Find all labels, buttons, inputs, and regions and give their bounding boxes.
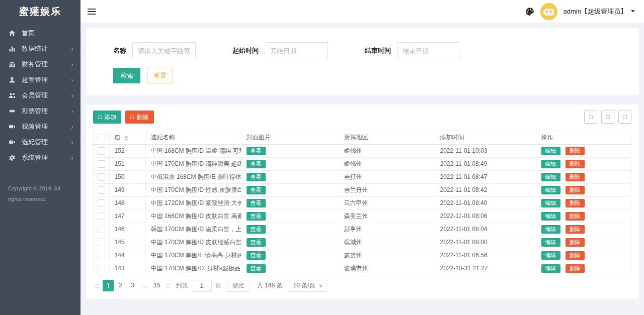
view-cover-button[interactable]: 查看 <box>247 212 266 221</box>
sidebar-item-label: 视频管理 <box>22 122 71 131</box>
search-button[interactable]: 检索 <box>113 68 140 83</box>
edit-button[interactable]: 编辑 <box>541 264 560 273</box>
select-all-checkbox[interactable] <box>98 134 105 141</box>
edit-button[interactable]: 编辑 <box>541 199 560 207</box>
col-header-id: ID <box>115 134 121 141</box>
sidebar-item[interactable]: 系统管理 › <box>0 150 80 165</box>
view-cover-button[interactable]: 查看 <box>247 160 266 168</box>
page-number[interactable]: 3 <box>127 280 138 291</box>
sidebar-item[interactable]: 选妃管理 › <box>0 134 80 150</box>
table-toolbar: □ 添加 □ 删除 □ □ □ <box>93 111 631 124</box>
sidebar-item-label: 选妃管理 <box>22 138 71 147</box>
sort-icon[interactable] <box>124 136 128 141</box>
view-cover-button[interactable]: 查看 <box>247 147 266 155</box>
edit-button[interactable]: 编辑 <box>541 212 560 221</box>
page-number[interactable]: 2 <box>115 280 126 291</box>
edit-button[interactable]: 编辑 <box>541 225 560 234</box>
edit-button[interactable]: 编辑 <box>541 173 560 181</box>
cell-name: 中国 170CM 胸围/E 情商高 身材好 <box>145 249 241 262</box>
start-date-input[interactable] <box>265 42 328 59</box>
row-checkbox[interactable] <box>98 147 105 155</box>
chevron-right-icon: › <box>71 138 73 146</box>
row-checkbox[interactable] <box>98 213 105 220</box>
goto-page-input[interactable] <box>192 280 212 292</box>
sidebar-item[interactable]: 会员管理 › <box>0 87 80 103</box>
goto-confirm-button[interactable]: 确定 <box>227 280 250 292</box>
cell-id: 143 <box>109 262 145 275</box>
per-page-select[interactable]: 10 条/页 ∨ <box>289 280 327 292</box>
sidebar-item[interactable]: 财务管理 › <box>0 56 80 72</box>
row-delete-button[interactable]: 删除 <box>566 147 585 155</box>
view-cover-button[interactable]: 查看 <box>247 264 266 273</box>
sidebar-item-icon <box>8 123 16 131</box>
sidebar-item[interactable]: 首页 › <box>0 25 80 41</box>
row-checkbox[interactable] <box>98 199 105 207</box>
sidebar-item[interactable]: 超管管理 › <box>0 72 80 87</box>
row-delete-button[interactable]: 删除 <box>566 199 585 207</box>
row-delete-button[interactable]: 删除 <box>566 160 585 168</box>
row-delete-button[interactable]: 删除 <box>566 212 585 221</box>
table-print-button[interactable]: □ <box>618 111 631 124</box>
view-cover-button[interactable]: 查看 <box>247 251 266 260</box>
view-cover-button[interactable]: 查看 <box>247 238 266 247</box>
edit-button[interactable]: 编辑 <box>541 238 560 247</box>
row-delete-button[interactable]: 删除 <box>566 264 585 273</box>
reset-button[interactable]: 重置 <box>147 68 173 83</box>
row-checkbox[interactable] <box>98 226 105 233</box>
row-delete-button[interactable]: 删除 <box>566 186 585 194</box>
row-checkbox[interactable] <box>98 265 105 272</box>
cell-id: 144 <box>109 249 145 262</box>
add-button-label: 添加 <box>104 113 116 122</box>
row-checkbox[interactable] <box>98 173 105 181</box>
row-checkbox[interactable] <box>98 239 105 246</box>
row-delete-button[interactable]: 删除 <box>566 173 585 181</box>
view-cover-button[interactable]: 查看 <box>247 173 266 181</box>
hamburger-menu-icon[interactable] <box>87 5 98 18</box>
cell-name: 中国 166CM 胸围/D 皮肤白皙 高素质 ... <box>145 209 241 223</box>
edit-button[interactable]: 编辑 <box>541 251 560 260</box>
edit-button[interactable]: 编辑 <box>541 186 560 194</box>
search-form: 名称 起始时间 结束时间 <box>113 42 621 59</box>
next-page-button[interactable]: □ <box>164 282 173 289</box>
sidebar-item[interactable]: 彩票管理 › <box>0 103 80 119</box>
end-date-input[interactable] <box>397 42 460 59</box>
view-cover-button[interactable]: 查看 <box>247 225 266 234</box>
view-cover-button[interactable]: 查看 <box>247 186 266 194</box>
table-row: 152 中国 168CM 胸围/D 温柔 清纯 可爱 查看 柔佛州 2022-1… <box>94 144 631 157</box>
edit-button[interactable]: 编辑 <box>541 160 560 168</box>
cell-id: 145 <box>109 236 145 249</box>
avatar-face <box>543 9 554 16</box>
batch-delete-button[interactable]: □ 删除 <box>125 111 153 124</box>
view-cover-button[interactable]: 查看 <box>247 199 266 207</box>
sidebar-item-label: 首页 <box>22 29 71 38</box>
edit-button[interactable]: 编辑 <box>541 147 560 155</box>
sidebar-item[interactable]: 数据统计 › <box>0 41 80 56</box>
app-logo: 蜜獾娱乐 <box>0 0 80 23</box>
cell-region: 马六甲州 <box>339 196 435 209</box>
sidebar-item[interactable]: 视频管理 › <box>0 119 80 134</box>
cell-region: 吉兰丹州 <box>339 183 435 196</box>
keyword-input[interactable] <box>132 42 196 59</box>
table-filter-button[interactable]: □ <box>584 111 597 124</box>
row-delete-button[interactable]: 删除 <box>566 251 585 260</box>
chevron-right-icon: › <box>71 123 73 130</box>
theme-palette-icon[interactable] <box>525 7 534 16</box>
table-export-button[interactable]: □ <box>601 111 614 124</box>
page-number[interactable]: 15 <box>151 280 163 291</box>
caret-down-icon <box>631 10 635 13</box>
row-delete-button[interactable]: 删除 <box>566 225 585 234</box>
row-delete-button[interactable]: 删除 <box>566 238 585 247</box>
table-row: 148 中国 172CM 胸围/D 紧致丝滑 大长腿 ... 查看 马六甲州 2… <box>94 196 631 209</box>
row-checkbox[interactable] <box>98 160 105 168</box>
page-number[interactable]: ... <box>139 280 150 291</box>
col-header-time: 添加时间 <box>435 131 536 144</box>
row-checkbox[interactable] <box>98 186 105 194</box>
row-checkbox[interactable] <box>98 252 105 259</box>
table-row: 145 中国 170CM 胸围/D 皮肤细腻白皙 完美... 查看 槟城州 20… <box>94 236 631 249</box>
avatar[interactable] <box>540 3 557 20</box>
prev-page-button[interactable]: □ <box>93 282 102 289</box>
page-number[interactable]: 1 <box>103 280 114 291</box>
sidebar-item-label: 彩票管理 <box>22 107 71 116</box>
user-menu[interactable]: admin【超级管理员】 <box>564 7 627 16</box>
add-button[interactable]: □ 添加 <box>93 111 121 124</box>
